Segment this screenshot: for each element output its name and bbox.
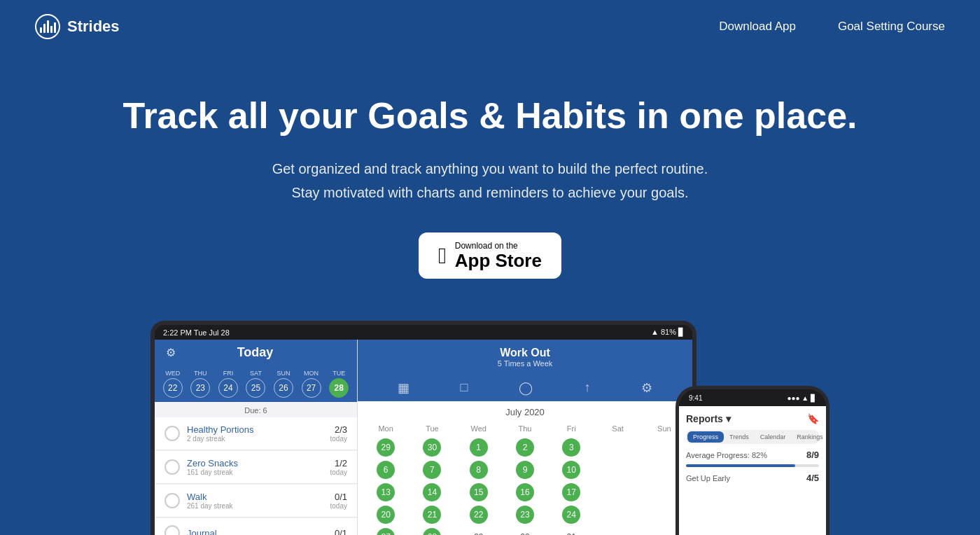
- app-store-text: Download on the App Store: [455, 241, 542, 271]
- habit-item-1[interactable]: Healthy Portions 2 day streak 2/3 today: [155, 417, 357, 450]
- habit-circle-3: [164, 493, 180, 508]
- bookmark-icon: 🔖: [807, 413, 819, 424]
- nav: Download App Goal Setting Course: [719, 20, 945, 34]
- day-strip: WED 22 THU 23 FRI 24 SAT 25: [155, 366, 357, 402]
- avg-progress-bar-bg: [686, 464, 819, 467]
- hero-title: Track all your Goals & Habits in one pla…: [14, 95, 966, 137]
- iphone-status-bar: 9:41 ●●● ▲ ▊: [679, 389, 826, 406]
- cal-grid: Mon Tue Wed Thu Fri Sat Sun 29 30 1 2 3: [358, 420, 692, 535]
- day-sat: SAT 25: [246, 370, 265, 398]
- devices-container: 2:22 PM Tue Jul 28 ▲ 81% ▊ ⚙ Today WED 2…: [0, 321, 980, 535]
- nav-goal-setting-course[interactable]: Goal Setting Course: [838, 20, 945, 34]
- ipad-screen: ⚙ Today WED 22 THU 23 FRI 24: [155, 340, 692, 535]
- habit-info-4: Journal: [187, 528, 335, 535]
- today-title: Today: [176, 345, 335, 360]
- get-up-row: Get Up Early 4/5: [686, 473, 819, 483]
- tab-rankings[interactable]: Rankings: [791, 431, 829, 443]
- habit-info-3: Walk 261 day streak: [187, 492, 330, 510]
- app-store-large-text: App Store: [455, 251, 542, 271]
- apple-icon: : [438, 244, 447, 267]
- reports-title[interactable]: Reports ▾: [686, 413, 731, 424]
- app-store-button[interactable]:  Download on the App Store: [419, 232, 561, 279]
- habit-circle-4: [164, 525, 180, 535]
- today-header: ⚙ Today: [155, 340, 357, 366]
- hero-subtitle-line1: Get organized and track anything you wan…: [272, 161, 708, 176]
- habit-item-4[interactable]: Journal 0/1: [155, 518, 357, 535]
- bar2: [43, 24, 46, 33]
- habit-item-3[interactable]: Walk 261 day streak 0/1 today: [155, 485, 357, 517]
- habit-info-2: Zero Snacks 161 day streak: [187, 458, 330, 476]
- chart-tab-icon[interactable]: ▦: [398, 380, 410, 396]
- gear-icon[interactable]: ⚙: [166, 346, 176, 359]
- get-up-value: 4/5: [806, 473, 819, 483]
- logo-area: Strides: [35, 14, 120, 39]
- day-thu: THU 23: [190, 370, 210, 398]
- day-tue: TUE 28: [329, 370, 349, 398]
- workout-tabs: ▦ □ ◯ ↑ ⚙: [358, 375, 692, 401]
- header: Strides Download App Goal Setting Course: [0, 0, 980, 53]
- workout-header: Work Out 5 Times a Week: [358, 340, 692, 375]
- habit-info-1: Healthy Portions 2 day streak: [187, 424, 330, 443]
- avg-progress-row: Average Progress: 82% 8/9: [686, 450, 819, 460]
- bar5: [54, 22, 56, 33]
- due-label: Due: 6: [155, 402, 357, 417]
- reports-tabs: Progress Trends Calendar Rankings: [686, 430, 819, 444]
- iphone-mockup: 9:41 ●●● ▲ ▊ Reports ▾ 🔖 Progress Trends…: [676, 386, 830, 535]
- habit-item-2[interactable]: Zero Snacks 161 day streak 1/2 today: [155, 451, 357, 484]
- avg-progress-bar-fill: [686, 464, 795, 467]
- ipad-status-bar: 2:22 PM Tue Jul 28 ▲ 81% ▊: [155, 325, 692, 340]
- iphone-screen: Reports ▾ 🔖 Progress Trends Calendar Ran…: [679, 406, 826, 535]
- app-store-small-text: Download on the: [455, 241, 518, 251]
- today-panel: ⚙ Today WED 22 THU 23 FRI 24: [155, 340, 358, 535]
- tab-trends[interactable]: Trends: [724, 431, 755, 443]
- ipad-mockup: 2:22 PM Tue Jul 28 ▲ 81% ▊ ⚙ Today WED 2…: [150, 321, 696, 535]
- hero-section: Track all your Goals & Habits in one pla…: [0, 53, 980, 307]
- hero-subtitle: Get organized and track anything you wan…: [14, 157, 966, 204]
- avg-progress-label: Average Progress: 82%: [686, 451, 767, 459]
- tab-progress[interactable]: Progress: [687, 431, 724, 443]
- workout-sub: 5 Times a Week: [365, 359, 685, 368]
- logo-bars: [40, 20, 56, 33]
- hero-subtitle-line2: Stay motivated with charts and reminders…: [292, 185, 689, 200]
- ipad-status-icons: ▲ 81% ▊: [651, 328, 684, 337]
- chat-tab-icon[interactable]: ◯: [519, 380, 533, 396]
- reports-header: Reports ▾ 🔖: [686, 413, 819, 424]
- iphone-time: 9:41: [689, 394, 702, 402]
- get-up-label: Get Up Early: [686, 474, 730, 482]
- habit-circle-2: [164, 459, 180, 475]
- share-tab-icon[interactable]: ↑: [584, 380, 590, 396]
- iphone-icons: ●●● ▲ ▊: [787, 394, 816, 402]
- nav-download-app[interactable]: Download App: [719, 20, 796, 34]
- bar3: [47, 20, 49, 33]
- calendar-panel: Work Out 5 Times a Week ▦ □ ◯ ↑ ⚙ July 2…: [358, 340, 692, 535]
- habit-circle-1: [164, 426, 180, 441]
- workout-name: Work Out: [365, 347, 685, 359]
- calendar-month: July 2020: [358, 401, 692, 420]
- logo-icon: [35, 14, 60, 39]
- day-sun: SUN 26: [274, 370, 293, 398]
- day-fri: FRI 24: [218, 370, 238, 398]
- ipad-time: 2:22 PM Tue Jul 28: [163, 328, 230, 337]
- tab-calendar[interactable]: Calendar: [755, 431, 792, 443]
- bar1: [40, 27, 42, 33]
- avg-progress-value: 8/9: [806, 450, 819, 460]
- day-wed: WED 22: [163, 370, 183, 398]
- bar4: [50, 26, 52, 33]
- day-mon: MON 27: [302, 370, 321, 398]
- book-tab-icon[interactable]: □: [461, 380, 468, 396]
- brand-name: Strides: [67, 18, 120, 36]
- settings-tab-icon[interactable]: ⚙: [641, 380, 652, 396]
